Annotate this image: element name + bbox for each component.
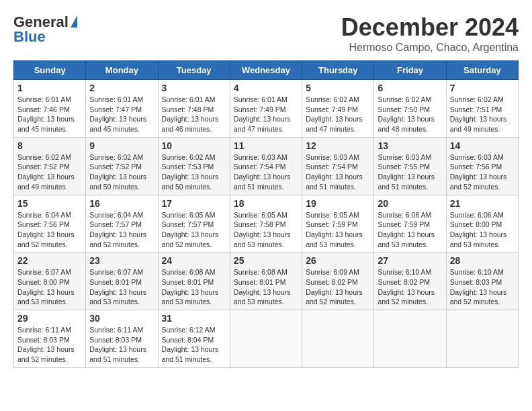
day-number: 5 — [306, 83, 370, 93]
calendar-cell: 17Sunrise: 6:05 AMSunset: 7:57 PMDayligh… — [158, 195, 230, 253]
page-subtitle: Hermoso Campo, Chaco, Argentina — [341, 42, 519, 54]
day-info: Sunrise: 6:02 AMSunset: 7:52 PMDaylight:… — [17, 152, 82, 192]
day-number: 18 — [234, 198, 298, 209]
day-info: Sunrise: 6:08 AMSunset: 8:01 PMDaylight:… — [234, 267, 298, 307]
day-number: 16 — [89, 198, 154, 209]
day-number: 22 — [17, 255, 82, 266]
calendar-cell: 4Sunrise: 6:01 AMSunset: 7:49 PMDaylight… — [230, 80, 302, 138]
calendar-cell: 10Sunrise: 6:02 AMSunset: 7:53 PMDayligh… — [158, 137, 230, 195]
calendar-cell: 15Sunrise: 6:04 AMSunset: 7:56 PMDayligh… — [14, 195, 86, 253]
day-info: Sunrise: 6:02 AMSunset: 7:53 PMDaylight:… — [162, 152, 226, 192]
calendar-cell: 1Sunrise: 6:01 AMSunset: 7:46 PMDaylight… — [14, 80, 86, 138]
day-info: Sunrise: 6:05 AMSunset: 7:58 PMDaylight:… — [234, 210, 298, 250]
day-number: 23 — [89, 255, 154, 266]
column-header-tuesday: Tuesday — [158, 61, 230, 80]
calendar-cell: 2Sunrise: 6:01 AMSunset: 7:47 PMDaylight… — [86, 80, 158, 138]
day-number: 9 — [89, 140, 154, 151]
column-header-sunday: Sunday — [14, 61, 86, 80]
calendar-cell: 21Sunrise: 6:06 AMSunset: 8:00 PMDayligh… — [446, 195, 518, 253]
calendar-cell: 12Sunrise: 6:03 AMSunset: 7:54 PMDayligh… — [302, 137, 374, 195]
day-info: Sunrise: 6:07 AMSunset: 8:01 PMDaylight:… — [89, 267, 154, 307]
calendar-cell: 8Sunrise: 6:02 AMSunset: 7:52 PMDaylight… — [14, 137, 86, 195]
column-header-friday: Friday — [374, 61, 446, 80]
calendar-table: SundayMondayTuesdayWednesdayThursdayFrid… — [13, 60, 519, 368]
calendar-cell: 27Sunrise: 6:10 AMSunset: 8:02 PMDayligh… — [374, 253, 446, 310]
day-info: Sunrise: 6:05 AMSunset: 7:57 PMDaylight:… — [162, 210, 226, 250]
calendar-cell: 24Sunrise: 6:08 AMSunset: 8:01 PMDayligh… — [158, 253, 230, 310]
calendar-cell: 22Sunrise: 6:07 AMSunset: 8:00 PMDayligh… — [14, 253, 86, 310]
day-info: Sunrise: 6:01 AMSunset: 7:49 PMDaylight:… — [234, 95, 298, 134]
calendar-header-row: SundayMondayTuesdayWednesdayThursdayFrid… — [14, 61, 519, 80]
calendar-cell: 5Sunrise: 6:02 AMSunset: 7:49 PMDaylight… — [302, 80, 374, 138]
day-info: Sunrise: 6:08 AMSunset: 8:01 PMDaylight:… — [162, 267, 226, 307]
calendar-cell: 29Sunrise: 6:11 AMSunset: 8:03 PMDayligh… — [14, 310, 86, 368]
calendar-cell: 26Sunrise: 6:09 AMSunset: 8:02 PMDayligh… — [302, 253, 374, 310]
day-info: Sunrise: 6:09 AMSunset: 8:02 PMDaylight:… — [306, 267, 370, 307]
day-info: Sunrise: 6:11 AMSunset: 8:03 PMDaylight:… — [89, 325, 154, 365]
day-info: Sunrise: 6:06 AMSunset: 8:00 PMDaylight:… — [450, 210, 515, 250]
day-info: Sunrise: 6:07 AMSunset: 8:00 PMDaylight:… — [17, 267, 82, 307]
day-info: Sunrise: 6:02 AMSunset: 7:52 PMDaylight:… — [89, 152, 154, 192]
day-number: 29 — [17, 313, 82, 324]
day-number: 13 — [378, 140, 442, 151]
day-info: Sunrise: 6:11 AMSunset: 8:03 PMDaylight:… — [17, 325, 82, 365]
day-info: Sunrise: 6:01 AMSunset: 7:47 PMDaylight:… — [89, 95, 154, 134]
calendar-cell: 19Sunrise: 6:05 AMSunset: 7:59 PMDayligh… — [302, 195, 374, 253]
day-number: 27 — [378, 255, 442, 266]
calendar-cell: 16Sunrise: 6:04 AMSunset: 7:57 PMDayligh… — [86, 195, 158, 253]
calendar-cell: 28Sunrise: 6:10 AMSunset: 8:03 PMDayligh… — [446, 253, 518, 310]
day-info: Sunrise: 6:02 AMSunset: 7:50 PMDaylight:… — [378, 95, 442, 134]
calendar-cell: 31Sunrise: 6:12 AMSunset: 8:04 PMDayligh… — [158, 310, 230, 368]
day-number: 17 — [162, 198, 226, 209]
day-info: Sunrise: 6:06 AMSunset: 7:59 PMDaylight:… — [378, 210, 442, 250]
calendar-cell: 9Sunrise: 6:02 AMSunset: 7:52 PMDaylight… — [86, 137, 158, 195]
calendar-cell: 14Sunrise: 6:03 AMSunset: 7:56 PMDayligh… — [446, 137, 518, 195]
day-number: 3 — [162, 83, 226, 93]
day-number: 14 — [450, 140, 515, 151]
day-number: 12 — [306, 140, 370, 151]
empty-cell — [302, 310, 374, 368]
column-header-thursday: Thursday — [302, 61, 374, 80]
day-info: Sunrise: 6:02 AMSunset: 7:49 PMDaylight:… — [306, 95, 370, 134]
day-number: 25 — [234, 255, 298, 266]
day-number: 31 — [162, 313, 226, 324]
day-info: Sunrise: 6:04 AMSunset: 7:56 PMDaylight:… — [17, 210, 82, 250]
calendar-cell: 3Sunrise: 6:01 AMSunset: 7:48 PMDaylight… — [158, 80, 230, 138]
day-number: 30 — [89, 313, 154, 324]
day-info: Sunrise: 6:10 AMSunset: 8:03 PMDaylight:… — [450, 267, 515, 307]
day-number: 4 — [234, 83, 298, 93]
calendar-week-row: 29Sunrise: 6:11 AMSunset: 8:03 PMDayligh… — [14, 310, 519, 368]
day-number: 28 — [450, 255, 515, 266]
day-number: 8 — [17, 140, 82, 151]
day-number: 19 — [306, 198, 370, 209]
day-info: Sunrise: 6:03 AMSunset: 7:55 PMDaylight:… — [378, 152, 442, 192]
column-header-monday: Monday — [86, 61, 158, 80]
day-number: 26 — [306, 255, 370, 266]
logo-arrow-icon — [71, 15, 77, 28]
empty-cell — [446, 310, 518, 368]
title-block: December 2024 Hermoso Campo, Chaco, Arge… — [341, 13, 519, 54]
day-number: 21 — [450, 198, 515, 209]
day-number: 24 — [162, 255, 226, 266]
calendar-cell: 11Sunrise: 6:03 AMSunset: 7:54 PMDayligh… — [230, 137, 302, 195]
calendar-week-row: 15Sunrise: 6:04 AMSunset: 7:56 PMDayligh… — [14, 195, 519, 253]
day-info: Sunrise: 6:01 AMSunset: 7:46 PMDaylight:… — [17, 95, 82, 134]
calendar-week-row: 22Sunrise: 6:07 AMSunset: 8:00 PMDayligh… — [14, 253, 519, 310]
day-info: Sunrise: 6:03 AMSunset: 7:54 PMDaylight:… — [234, 152, 298, 192]
logo: General Blue — [13, 13, 77, 46]
day-number: 7 — [450, 83, 515, 93]
calendar-cell: 7Sunrise: 6:02 AMSunset: 7:51 PMDaylight… — [446, 80, 518, 138]
day-number: 1 — [17, 83, 82, 93]
logo-blue: Blue — [13, 28, 46, 46]
calendar-cell: 20Sunrise: 6:06 AMSunset: 7:59 PMDayligh… — [374, 195, 446, 253]
day-info: Sunrise: 6:02 AMSunset: 7:51 PMDaylight:… — [450, 95, 515, 134]
day-info: Sunrise: 6:03 AMSunset: 7:54 PMDaylight:… — [306, 152, 370, 192]
day-info: Sunrise: 6:03 AMSunset: 7:56 PMDaylight:… — [450, 152, 515, 192]
calendar-week-row: 8Sunrise: 6:02 AMSunset: 7:52 PMDaylight… — [14, 137, 519, 195]
day-info: Sunrise: 6:05 AMSunset: 7:59 PMDaylight:… — [306, 210, 370, 250]
day-number: 10 — [162, 140, 226, 151]
page-title: December 2024 — [341, 13, 519, 42]
column-header-saturday: Saturday — [446, 61, 518, 80]
day-info: Sunrise: 6:12 AMSunset: 8:04 PMDaylight:… — [162, 325, 226, 365]
day-number: 2 — [89, 83, 154, 93]
